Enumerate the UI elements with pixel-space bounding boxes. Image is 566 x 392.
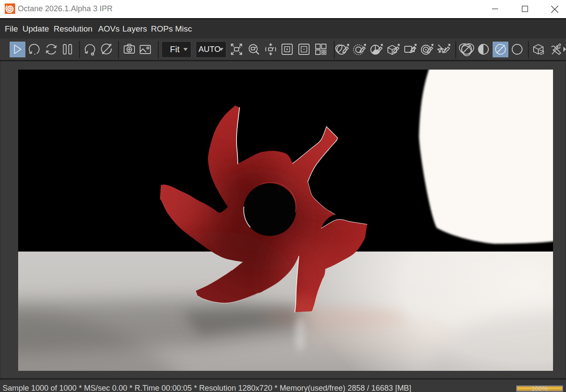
svg-text:100%: 100% bbox=[531, 386, 548, 392]
svg-text:AUTO: AUTO bbox=[198, 45, 221, 54]
svg-text:Fit: Fit bbox=[170, 45, 180, 54]
